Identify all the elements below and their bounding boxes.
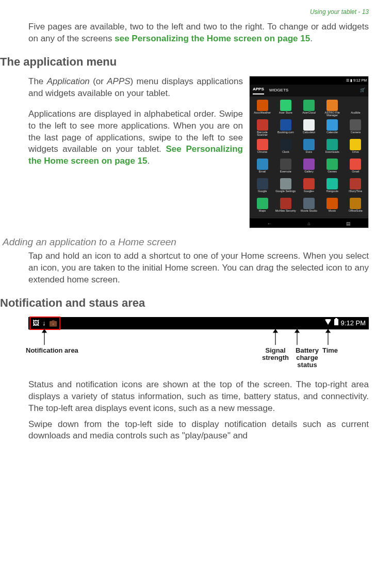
app-icon xyxy=(257,178,268,189)
app-icon xyxy=(326,119,338,131)
intro-link[interactable]: see Personalizing the Home screen on pag… xyxy=(115,34,310,43)
app-item[interactable]: Clock xyxy=(275,139,296,156)
intro-paragraph: Five pages are available, two to the lef… xyxy=(0,21,369,45)
app-label: Google+ xyxy=(304,190,315,196)
app-label: Downloads xyxy=(325,151,339,156)
svg-marker-5 xyxy=(273,329,277,333)
svg-rect-0 xyxy=(334,319,338,325)
app-item[interactable]: Barcode Scanner xyxy=(252,119,273,137)
app-menu-heading: The application menu xyxy=(0,54,369,70)
app-item[interactable]: iStoryTime xyxy=(345,178,366,196)
app-item[interactable]: Music xyxy=(322,198,343,215)
app-icon xyxy=(280,159,291,170)
app-icon xyxy=(257,139,268,150)
app-label: OfficeSuite xyxy=(349,210,363,215)
app-icon xyxy=(350,198,361,209)
app-item[interactable]: Camera xyxy=(345,119,366,137)
wifi-icon: ☰ xyxy=(346,78,349,83)
app-item[interactable]: OfficeSuite xyxy=(345,198,366,215)
battery-label: Battery charge status xyxy=(293,347,321,369)
notif-area-label: Notification area xyxy=(26,347,93,354)
app-label: Music xyxy=(329,210,336,215)
text-em: Application xyxy=(47,76,90,86)
app-icon xyxy=(326,159,338,170)
recent-button[interactable]: ▤ xyxy=(345,220,353,226)
text-em: APPS xyxy=(107,76,130,86)
app-item[interactable]: Games xyxy=(322,159,343,176)
app-item[interactable]: Movie Studio xyxy=(298,198,319,215)
app-icon xyxy=(280,198,291,209)
app-menu-p1: The Application (or APPS) menu displays … xyxy=(28,76,243,100)
app-icon xyxy=(326,139,338,150)
app-icon xyxy=(257,159,268,170)
shop-icon[interactable]: 🛒 xyxy=(360,88,365,93)
app-label: Chrome xyxy=(257,151,268,156)
app-item[interactable]: Audible xyxy=(345,100,366,117)
app-label: Games xyxy=(328,170,337,176)
notif-heading: Notification and staus area xyxy=(0,295,369,311)
svg-marker-7 xyxy=(295,329,299,333)
app-label: Acer Store xyxy=(279,112,292,117)
app-item[interactable]: Google+ xyxy=(298,178,319,196)
app-item[interactable]: Acer Store xyxy=(275,100,296,117)
bag-icon: 💼 xyxy=(49,319,57,328)
app-item[interactable]: Email xyxy=(252,159,273,176)
svg-rect-1 xyxy=(335,318,337,319)
app-label: Docs xyxy=(306,151,313,156)
text: . xyxy=(148,156,150,166)
app-tabs: APPS WIDGETS 🛒 xyxy=(250,85,368,97)
app-icon xyxy=(326,100,338,111)
app-item[interactable]: Gmail xyxy=(345,159,366,176)
app-item[interactable]: Downloads xyxy=(322,139,343,156)
app-label: Camera xyxy=(351,131,361,137)
app-label: Maps xyxy=(259,210,266,215)
tab-widgets[interactable]: WIDGETS xyxy=(269,88,288,93)
app-item[interactable]: McAfee Security xyxy=(275,198,296,215)
app-item[interactable]: Google xyxy=(252,178,273,196)
app-item[interactable]: Evernote xyxy=(275,159,296,176)
app-icon xyxy=(257,100,268,111)
notif-p2: Swipe down from the top-left side to dis… xyxy=(0,419,369,442)
status-bar: ☰ ▮ 9:12 PM xyxy=(250,76,368,85)
app-grid: AccuWeatherAcer StoreAcerCloudASTRO File… xyxy=(250,97,368,218)
app-icon xyxy=(280,119,291,131)
app-label: Movie Studio xyxy=(301,210,317,215)
battery-icon: ▮ xyxy=(350,78,352,83)
app-icon xyxy=(350,159,361,170)
app-icon xyxy=(350,100,361,111)
wifi-icon xyxy=(324,319,332,328)
app-item[interactable]: Docs xyxy=(298,139,319,156)
text: The xyxy=(28,76,47,86)
battery-icon xyxy=(334,318,338,328)
app-label: AccuWeather xyxy=(254,112,271,117)
app-item[interactable]: AccuWeather xyxy=(252,100,273,117)
app-item[interactable]: Chrome xyxy=(252,139,273,156)
app-label: Evernote xyxy=(280,170,291,176)
app-item[interactable]: Calendar xyxy=(322,119,343,137)
adding-heading: Adding an application to a Home screen xyxy=(3,235,369,249)
tab-apps[interactable]: APPS xyxy=(253,87,264,94)
app-item[interactable]: Maps xyxy=(252,198,273,215)
app-icon xyxy=(280,178,291,189)
navbar: ← ⌂ ▤ xyxy=(250,218,368,228)
app-item[interactable]: Calculator xyxy=(298,119,319,137)
app-menu-p2: Applications are displayed in alphabetic… xyxy=(28,108,243,168)
app-item[interactable]: Booking.com xyxy=(275,119,296,137)
app-icon xyxy=(303,100,315,111)
page-header: Using your tablet - 13 xyxy=(0,8,369,16)
app-icon xyxy=(326,178,338,189)
app-item[interactable]: Hangouts xyxy=(322,178,343,196)
back-button[interactable]: ← xyxy=(265,220,273,226)
app-label: Booking.com xyxy=(277,131,294,137)
app-label: Barcode Scanner xyxy=(252,131,273,137)
app-item[interactable]: Drive xyxy=(345,139,366,156)
app-item[interactable]: AcerCloud xyxy=(298,100,319,117)
app-label: AcerCloud xyxy=(302,112,316,117)
home-button[interactable]: ⌂ xyxy=(305,220,313,226)
app-icon xyxy=(280,100,291,111)
app-item[interactable]: Gallery xyxy=(298,159,319,176)
app-item[interactable]: ASTRO File Manager xyxy=(322,100,343,117)
app-icon xyxy=(257,119,268,131)
app-item[interactable]: Google Settings xyxy=(275,178,296,196)
diagram-arrows: Notification area Signal strength Batter… xyxy=(28,329,369,376)
